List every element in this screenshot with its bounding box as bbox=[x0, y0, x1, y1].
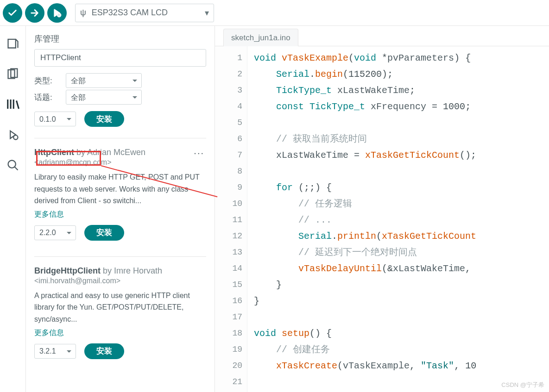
top-toolbar: ψ ESP32S3 CAM LCD ▾ bbox=[0, 0, 549, 26]
code-editor[interactable]: 123456789101112131415161718192021 void v… bbox=[215, 46, 549, 392]
library-more-menu[interactable]: ··· bbox=[192, 148, 206, 158]
editor-area: sketch_jun1a.ino 12345678910111213141516… bbox=[215, 26, 549, 392]
library-card: HttpClient by Adrian McEwen <adrianm@mcq… bbox=[26, 141, 215, 254]
library-email: <imi.horvath@gmail.com> bbox=[34, 277, 162, 285]
chevron-down-icon: ▾ bbox=[205, 8, 209, 18]
check-icon bbox=[7, 8, 18, 18]
boards-icon[interactable] bbox=[6, 67, 20, 81]
play-bug-icon bbox=[52, 8, 62, 18]
type-filter-select[interactable]: 全部 bbox=[66, 73, 142, 88]
divider bbox=[34, 138, 206, 138]
type-filter-label: 类型: bbox=[34, 75, 60, 86]
library-more-link[interactable]: 更多信息 bbox=[34, 210, 206, 219]
library-name: HttpClient bbox=[34, 148, 74, 157]
search-icon[interactable] bbox=[6, 158, 20, 172]
divider bbox=[34, 256, 206, 257]
library-by: by bbox=[103, 266, 112, 275]
usb-icon: ψ bbox=[80, 8, 86, 18]
top-install-button[interactable]: 安装 bbox=[84, 111, 124, 127]
code-body[interactable]: void vTaskExample(void *pvParameters) { … bbox=[247, 46, 549, 392]
library-manager-icon[interactable] bbox=[6, 97, 20, 111]
library-description: Library to easily make HTTP GET, POST an… bbox=[34, 171, 206, 207]
verify-button[interactable] bbox=[3, 3, 22, 23]
library-more-link[interactable]: 更多信息 bbox=[34, 328, 206, 338]
library-manager-sidebar: 库管理 类型: 全部 话题: 全部 0.1.0 安装 HttpClient by… bbox=[26, 26, 215, 392]
sketchbook-icon[interactable] bbox=[6, 36, 20, 50]
svg-line-14 bbox=[14, 167, 18, 170]
svg-marker-11 bbox=[10, 131, 16, 138]
library-install-button[interactable]: 安装 bbox=[84, 343, 124, 359]
line-gutter: 123456789101112131415161718192021 bbox=[215, 46, 247, 392]
upload-button[interactable] bbox=[25, 3, 44, 23]
topic-filter-label: 话题: bbox=[34, 92, 60, 103]
library-version-select[interactable]: 2.2.0 bbox=[34, 225, 76, 240]
board-select[interactable]: ψ ESP32S3 CAM LCD ▾ bbox=[75, 4, 214, 22]
debug-button[interactable] bbox=[47, 3, 67, 23]
library-name: BridgeHttpClient bbox=[34, 266, 101, 275]
activity-bar bbox=[0, 26, 26, 392]
top-version-select[interactable]: 0.1.0 bbox=[34, 112, 76, 126]
library-search-input[interactable] bbox=[34, 49, 206, 67]
library-author: Imre Horvath bbox=[114, 266, 162, 275]
svg-line-10 bbox=[16, 101, 19, 109]
arrow-right-icon bbox=[30, 8, 40, 18]
topic-filter-select[interactable]: 全部 bbox=[66, 90, 142, 105]
library-card: BridgeHttpClient by Imre Horvath <imi.ho… bbox=[26, 260, 215, 372]
sidebar-title: 库管理 bbox=[26, 26, 215, 49]
library-description: A practical and easy to use generic HTTP… bbox=[34, 290, 206, 325]
library-version-select[interactable]: 3.2.1 bbox=[34, 344, 76, 359]
editor-tab[interactable]: sketch_jun1a.ino bbox=[223, 29, 298, 46]
library-by: by bbox=[76, 148, 85, 157]
svg-point-12 bbox=[13, 135, 18, 139]
board-name: ESP32S3 CAM LCD bbox=[92, 8, 199, 18]
library-install-button[interactable]: 安装 bbox=[84, 225, 124, 241]
tab-bar: sketch_jun1a.ino bbox=[215, 26, 549, 46]
library-author: Adrian McEwen bbox=[87, 148, 145, 157]
debug-icon[interactable] bbox=[6, 128, 20, 142]
svg-point-13 bbox=[8, 161, 15, 168]
library-email: <adrianm@mcqn.com> bbox=[34, 158, 145, 167]
